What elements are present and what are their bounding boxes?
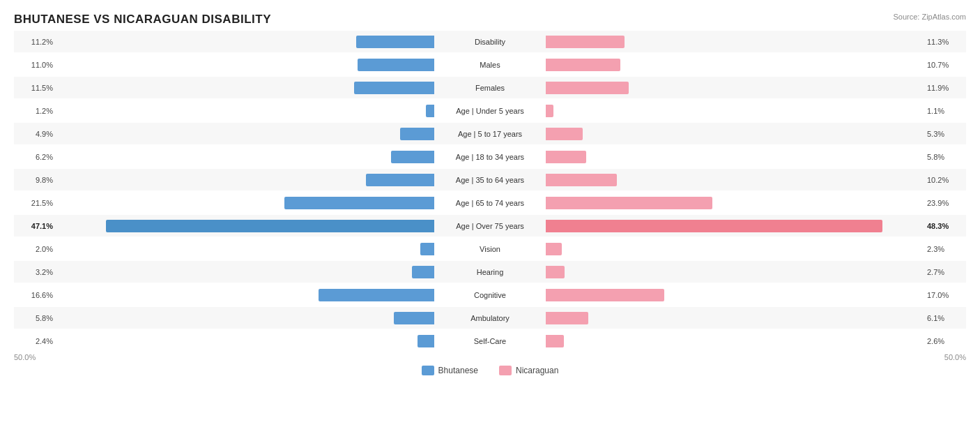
right-value: 2.6% (924, 337, 966, 345)
right-value: 6.1% (924, 314, 966, 322)
bars-right (546, 197, 924, 209)
left-value: 11.0% (14, 61, 56, 69)
bar-label: Disability (434, 38, 546, 46)
bars-right (546, 151, 924, 163)
chart-title: BHUTANESE VS NICARAGUAN DISABILITY (14, 13, 966, 27)
bar-right (546, 36, 625, 48)
bar-row: 4.9% Age | 5 to 17 years 5.3% (14, 123, 966, 144)
legend-pink-label: Nicaraguan (516, 366, 558, 375)
bar-right (546, 243, 562, 255)
bar-row: 16.6% Cognitive 17.0% (14, 284, 966, 306)
bars-left (56, 243, 434, 255)
bar-right (546, 82, 629, 94)
bar-left (420, 243, 434, 255)
bar-label: Age | Under 5 years (434, 107, 546, 115)
left-value: 9.8% (14, 176, 56, 184)
right-value: 2.3% (924, 245, 966, 253)
bar-row: 6.2% Age | 18 to 34 years 5.8% (14, 146, 966, 167)
bar-section: 2.0% Vision 2.3% (14, 238, 966, 260)
bar-section: 11.0% Males 10.7% (14, 54, 966, 75)
axis-left: 50.0% (14, 353, 36, 361)
left-value: 11.2% (14, 38, 56, 46)
chart-area: 11.2% Disability 11.3% 11.0% Males (14, 31, 966, 352)
bars-right (546, 105, 924, 117)
left-value: 21.5% (14, 199, 56, 207)
bar-label: Ambulatory (434, 314, 546, 322)
left-value: 3.2% (14, 268, 56, 276)
bar-label: Age | 18 to 34 years (434, 153, 546, 161)
bars-left (56, 266, 434, 278)
bar-section: 1.2% Age | Under 5 years 1.1% (14, 100, 966, 121)
axis-right: 50.0% (944, 353, 966, 361)
bar-row: 3.2% Hearing 2.7% (14, 261, 966, 283)
bar-left (106, 220, 434, 232)
left-value: 2.0% (14, 245, 56, 253)
bar-right (546, 312, 588, 324)
bar-label: Vision (434, 245, 546, 253)
bars-right (546, 266, 924, 278)
bar-right (546, 266, 565, 278)
chart-container: BHUTANESE VS NICARAGUAN DISABILITY Sourc… (0, 0, 980, 427)
bars-right (546, 312, 924, 324)
bar-left (426, 105, 434, 117)
bars-right (546, 220, 924, 232)
bar-section: 6.2% Age | 18 to 34 years 5.8% (14, 146, 966, 167)
right-value: 10.2% (924, 176, 966, 184)
bars-right (546, 243, 924, 255)
bar-right (546, 59, 620, 71)
bars-right (546, 36, 924, 48)
bar-section: 3.2% Hearing 2.7% (14, 261, 966, 283)
left-value: 2.4% (14, 337, 56, 345)
bar-row: 2.4% Self-Care 2.6% (14, 330, 966, 352)
bar-label: Males (434, 61, 546, 69)
bar-left (354, 82, 434, 94)
left-value: 1.2% (14, 107, 56, 115)
bar-label: Age | 35 to 64 years (434, 176, 546, 184)
bar-row: 9.8% Age | 35 to 64 years 10.2% (14, 169, 966, 190)
bar-section: 9.8% Age | 35 to 64 years 10.2% (14, 169, 966, 190)
bars-right (546, 174, 924, 186)
bar-right (546, 335, 564, 347)
legend-blue: Bhutanese (422, 366, 478, 375)
bar-label: Females (434, 84, 546, 92)
right-value: 2.7% (924, 268, 966, 276)
right-value: 11.9% (924, 84, 966, 92)
bars-left (56, 105, 434, 117)
right-value: 48.3% (924, 222, 966, 230)
bar-section: 47.1% Age | Over 75 years 48.3% (14, 215, 966, 237)
left-value: 47.1% (14, 222, 56, 230)
legend-blue-label: Bhutanese (438, 366, 478, 375)
bar-section: 2.4% Self-Care 2.6% (14, 330, 966, 352)
bars-left (56, 335, 434, 347)
bar-section: 11.2% Disability 11.3% (14, 31, 966, 52)
bars-right (546, 82, 924, 94)
bar-row: 11.0% Males 10.7% (14, 54, 966, 75)
bars-left (56, 36, 434, 48)
bars-left (56, 59, 434, 71)
bar-label: Age | Over 75 years (434, 222, 546, 230)
bar-right (546, 197, 712, 209)
bar-section: 16.6% Cognitive 17.0% (14, 284, 966, 306)
right-value: 5.8% (924, 153, 966, 161)
bar-right (546, 151, 586, 163)
bar-right (546, 289, 664, 301)
right-value: 23.9% (924, 199, 966, 207)
axis-labels: 50.0% 50.0% (14, 353, 966, 361)
bar-left (319, 289, 434, 301)
bar-left (418, 335, 434, 347)
left-value: 6.2% (14, 153, 56, 161)
source-label: Source: ZipAtlas.com (893, 13, 966, 21)
bar-label: Cognitive (434, 291, 546, 299)
bars-left (56, 151, 434, 163)
bar-left (366, 174, 434, 186)
bar-label: Self-Care (434, 337, 546, 345)
legend-pink-color (499, 366, 512, 375)
bar-row: 1.2% Age | Under 5 years 1.1% (14, 100, 966, 121)
right-value: 10.7% (924, 61, 966, 69)
bar-row: 11.5% Females 11.9% (14, 77, 966, 98)
bars-right (546, 59, 924, 71)
bars-left (56, 312, 434, 324)
left-value: 4.9% (14, 130, 56, 138)
bars-left (56, 174, 434, 186)
bar-label: Age | 5 to 17 years (434, 130, 546, 138)
